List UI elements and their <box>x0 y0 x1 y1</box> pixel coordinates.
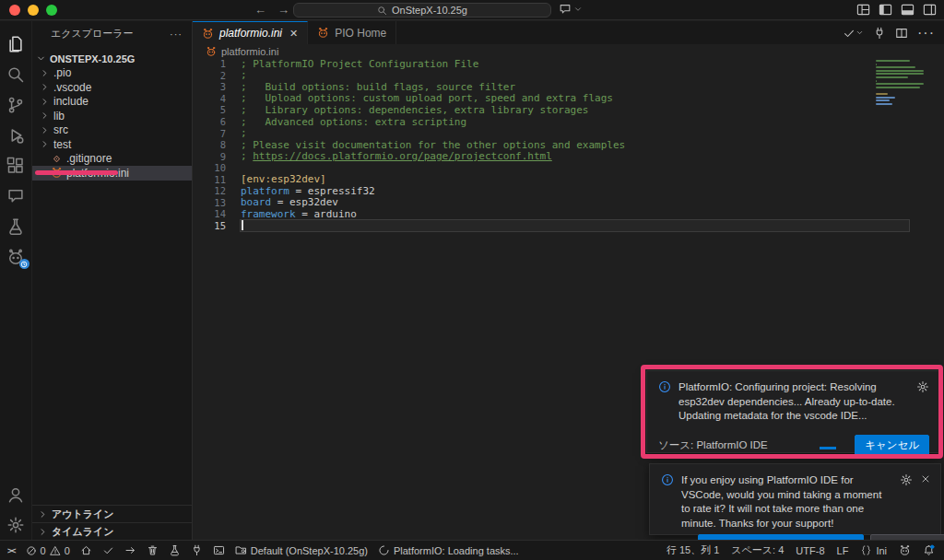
status-item-cursor-position[interactable]: 行 15、列 1 <box>667 543 719 557</box>
token-comment: ; Build options: build flags, source fil… <box>241 81 515 93</box>
code-line-13[interactable]: 13board = esp32dev <box>193 197 944 209</box>
status-item-language-mode[interactable]: Ini <box>860 544 887 556</box>
tree-item-platformio-ini[interactable]: platformio.ini <box>32 166 192 181</box>
zoom-window-button[interactable] <box>46 5 57 16</box>
status-item-pio-home[interactable] <box>80 544 92 556</box>
sidebar-pane-timeline[interactable]: タイムライン <box>32 522 192 540</box>
tree-item-vscode[interactable]: .vscode <box>32 80 192 95</box>
chat-menu-button[interactable] <box>559 3 583 16</box>
status-item-platformio-status[interactable] <box>899 544 911 556</box>
tree-item-src[interactable]: src <box>32 123 192 138</box>
minimap[interactable] <box>876 60 929 110</box>
forward-button[interactable]: → <box>277 3 289 17</box>
activity-bar-item-chat[interactable] <box>0 181 32 211</box>
tree-item-pio[interactable]: .pio <box>32 66 192 81</box>
explorer-title: エクスプローラー <box>51 27 134 41</box>
code-line-9[interactable]: 9; https://docs.platformio.org/page/proj… <box>193 150 944 162</box>
search-icon <box>377 6 387 16</box>
status-item-pio-serial-monitor[interactable] <box>191 544 203 556</box>
line-number: 5 <box>193 104 226 115</box>
command-center-search[interactable]: OnStepX-10.25g <box>293 3 551 18</box>
minimap-line <box>876 70 924 72</box>
chat-icon[interactable] <box>559 3 572 16</box>
token-comment: ; <box>241 127 247 139</box>
activity-bar-item-search[interactable] <box>0 59 32 89</box>
notification-button--[interactable]: キャンセル <box>855 435 929 456</box>
minimap-line <box>876 80 877 82</box>
activity-bar-item-platformio[interactable] <box>0 241 32 272</box>
token-key: platform <box>241 185 289 197</box>
text-cursor <box>242 220 243 230</box>
status-item-indentation[interactable]: スペース: 4 <box>731 543 784 557</box>
notification-settings-button[interactable] <box>916 380 929 424</box>
code-line-5[interactable]: 5; Library options: dependencies, extra … <box>193 104 944 116</box>
status-item-notifications-bell[interactable] <box>923 544 935 556</box>
tab-pio-home[interactable]: PIO Home <box>308 21 396 44</box>
tree-item-test[interactable]: test <box>32 137 192 152</box>
code-line-2[interactable]: 2; <box>193 70 944 82</box>
toggle-panel-button[interactable] <box>901 3 914 17</box>
tab-close-button[interactable]: ✕ <box>289 28 298 40</box>
explorer-more-actions-button[interactable]: ··· <box>170 29 183 40</box>
customize-layout-icon <box>856 3 870 17</box>
pio-test-icon <box>169 544 181 556</box>
info-icon <box>658 380 671 393</box>
tab-platformio-ini[interactable]: platformio.ini✕ <box>193 21 308 44</box>
status-item-pio-loading[interactable]: PlatformIO: Loading tasks... <box>378 544 519 556</box>
code-line-12[interactable]: 12platform = espressif32 <box>193 185 944 197</box>
run-debug-icon <box>6 126 25 145</box>
breadcrumb[interactable]: platformio.ini <box>193 44 944 58</box>
activity-bar-item-run-debug[interactable] <box>0 120 32 150</box>
notification-close-button[interactable] <box>920 473 931 531</box>
code-line-8[interactable]: 8; Please visit documentation for the ot… <box>193 139 944 151</box>
serial-monitor-button[interactable] <box>873 27 886 40</box>
chevron-right-icon <box>40 111 50 121</box>
sidebar-pane-outline[interactable]: アウトライン <box>32 505 192 522</box>
tree-item-gitignore[interactable]: .gitignore <box>32 152 192 167</box>
activity-bar-item-settings[interactable] <box>0 509 32 540</box>
status-item-pio-env[interactable]: Default (OnStepX-10.25g) <box>235 544 368 556</box>
activity-bar-item-explorer[interactable] <box>0 29 32 59</box>
code-line-1[interactable]: 1; PlatformIO Project Configuration File <box>193 58 944 70</box>
notification-settings-button[interactable] <box>900 473 913 531</box>
split-editor-button[interactable] <box>895 27 908 40</box>
status-item-pio-build[interactable] <box>102 544 114 556</box>
status-item-remote[interactable]: >< <box>7 546 16 555</box>
status-item-problems[interactable]: 00 <box>26 545 70 556</box>
activity-bar-item-testing[interactable] <box>0 211 32 241</box>
gear-icon <box>916 380 929 393</box>
status-item-encoding[interactable]: UTF-8 <box>796 545 824 556</box>
activity-bar-item-accounts[interactable] <box>0 479 32 509</box>
toggle-primary-sidebar-button[interactable] <box>879 3 892 17</box>
code-line-11[interactable]: 11[env:esp32dev] <box>193 173 944 185</box>
status-item-pio-clean[interactable] <box>147 544 159 556</box>
minimize-window-button[interactable] <box>28 5 39 16</box>
tree-root-folder[interactable]: ONSTEPX-10.25G <box>32 52 192 66</box>
code-line-15[interactable]: 15 <box>193 220 944 232</box>
activity-bar-item-source-control[interactable] <box>0 89 32 120</box>
line-number: 6 <box>193 116 226 127</box>
code-line-14[interactable]: 14framework = arduino <box>193 208 944 220</box>
minimap-line <box>876 64 877 65</box>
token-value: = arduino <box>296 208 357 220</box>
code-line-3[interactable]: 3; Build options: build flags, source fi… <box>193 81 944 93</box>
token-comment-link[interactable]: https://docs.platformio.org/page/project… <box>253 150 552 162</box>
more-actions-button[interactable]: ··· <box>917 25 935 41</box>
close-window-button[interactable] <box>9 5 20 16</box>
status-item-eol[interactable]: LF <box>837 545 849 556</box>
activity-bar-item-extensions[interactable] <box>0 150 32 181</box>
code-line-6[interactable]: 6; Advanced options: extra scripting <box>193 116 944 128</box>
customize-layout-button[interactable] <box>856 3 870 17</box>
code-line-10[interactable]: 10 <box>193 162 944 174</box>
code-line-7[interactable]: 7; <box>193 127 944 139</box>
tree-item-include[interactable]: include <box>32 95 192 110</box>
toggle-secondary-sidebar-button[interactable] <box>923 3 937 17</box>
line-content: ; Library options: dependencies, extra l… <box>241 104 589 116</box>
run-tasks-button[interactable] <box>843 27 864 40</box>
status-item-pio-terminal[interactable] <box>213 544 225 556</box>
tree-item-lib[interactable]: lib <box>32 109 192 123</box>
status-item-pio-upload[interactable] <box>124 544 136 556</box>
back-button[interactable]: ← <box>254 3 266 17</box>
code-line-4[interactable]: 4; Upload options: custom upload port, s… <box>193 93 944 105</box>
status-item-pio-test[interactable] <box>169 544 181 556</box>
